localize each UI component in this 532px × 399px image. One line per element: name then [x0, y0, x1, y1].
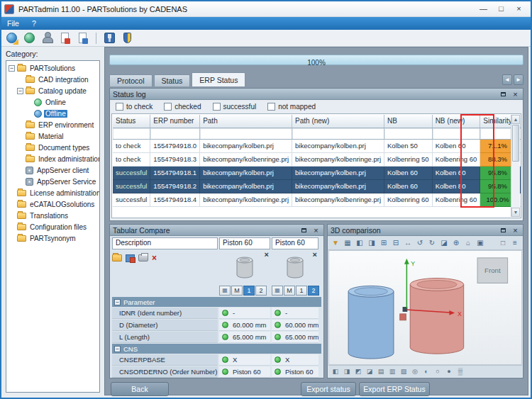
filter-checked[interactable]: checked — [164, 103, 201, 111]
zoom-fit-icon[interactable]: ⊕ — [450, 237, 462, 249]
online-catalog-icon[interactable] — [23, 31, 36, 45]
view-front-icon[interactable]: ◧ — [331, 366, 340, 376]
shaded-icon[interactable]: ◐ — [421, 366, 431, 376]
column-header-nb[interactable]: NB — [384, 115, 433, 128]
catalog-update-icon[interactable] — [5, 31, 18, 45]
back-button[interactable]: Back — [111, 382, 169, 396]
sidebar-item-index-administration[interactable]: Index administration — [6, 153, 99, 164]
table-view-icon[interactable]: ▦ — [219, 286, 231, 296]
nav-cube-front[interactable]: Front — [477, 258, 508, 283]
rotate-ccw-icon[interactable]: ↺ — [414, 237, 426, 249]
view-button-2[interactable]: 2 — [255, 286, 267, 296]
column-filter-input[interactable] — [480, 128, 516, 139]
sidebar-item-cad-integration[interactable]: CAD integration — [6, 74, 99, 85]
sidebar-item-document-types[interactable]: Document types — [6, 142, 99, 153]
sidebar-item-partsynonym[interactable]: PARTsynonym — [6, 232, 99, 244]
sidebar-item-configuration-files[interactable]: Configuration files — [6, 221, 99, 232]
compare-right-icon[interactable]: ◨ — [366, 237, 377, 249]
view-button-1[interactable]: 1 — [296, 286, 307, 296]
checkbox-checked[interactable] — [164, 103, 172, 111]
checkbox-not-mapped[interactable] — [267, 103, 275, 111]
license-shield-icon[interactable] — [121, 31, 134, 45]
maximize-panel-icon[interactable] — [499, 226, 508, 235]
settings-icon[interactable]: ≡ — [509, 237, 521, 249]
filter-not-mapped[interactable]: not mapped — [267, 103, 316, 111]
maximize-panel-icon[interactable] — [499, 90, 508, 99]
collapse-expander-icon[interactable]: − — [9, 65, 15, 72]
3d-viewport[interactable]: Y X Front — [328, 250, 522, 365]
checkbox-to-check[interactable] — [116, 103, 123, 111]
split-view-icon[interactable]: ⊞ — [378, 237, 389, 249]
selection-mode-icon[interactable]: ▦ — [342, 237, 353, 249]
overlay-view-icon[interactable]: ⊟ — [390, 237, 401, 249]
sidebar-item-appserver-service[interactable]: AppServer Service — [6, 176, 99, 187]
remove-part-icon[interactable]: × — [313, 251, 317, 258]
filter-successful[interactable]: successful — [213, 103, 257, 111]
view-button-2[interactable]: 2 — [308, 286, 319, 296]
column-filter-input[interactable] — [150, 128, 200, 139]
table-row[interactable]: successful1554794918.1bikecompany/kolben… — [113, 166, 521, 179]
minimize-button[interactable]: — — [475, 4, 492, 15]
column-filter-input[interactable] — [384, 128, 433, 139]
column-header-status[interactable]: Status — [113, 115, 150, 128]
column-header-similarity[interactable]: Similarity — [480, 115, 516, 128]
view-bottom-icon[interactable]: ▥ — [387, 366, 397, 376]
view-button-m[interactable]: M — [284, 286, 295, 296]
render-mode-icon[interactable]: ▣ — [475, 237, 486, 249]
collapse-expander-icon[interactable]: − — [17, 88, 23, 94]
save-icon[interactable] — [103, 31, 116, 45]
wireframe-icon[interactable]: ○ — [433, 366, 443, 376]
maximize-panel-icon[interactable] — [299, 226, 309, 235]
red-model[interactable] — [410, 279, 463, 354]
tab-status[interactable]: Status — [154, 74, 191, 86]
section-header-parameter[interactable]: −Parameter — [112, 297, 321, 307]
tab-scroll-left-icon[interactable]: ◄ — [502, 74, 512, 85]
background-icon[interactable]: ▒ — [455, 366, 465, 376]
table-row[interactable]: successful1554794918.4bikecompany/kolben… — [113, 193, 521, 206]
collapse-icon[interactable]: − — [114, 346, 121, 352]
menu-file[interactable]: File — [7, 19, 19, 28]
sidebar-item-license-administration[interactable]: License administration — [6, 187, 99, 198]
measure-icon[interactable]: ↔ — [402, 237, 414, 249]
export-status-button[interactable]: Export status — [301, 382, 356, 396]
table-row[interactable]: to check1554794918.3bikecompany/kolbenri… — [113, 152, 521, 166]
table-view-icon[interactable]: ▦ — [272, 286, 283, 296]
home-view-icon[interactable]: ⌂ — [462, 237, 474, 249]
close-panel-icon[interactable]: × — [311, 226, 321, 235]
scroll-up-icon[interactable]: ▲ — [511, 115, 520, 124]
view-left-icon[interactable]: ◩ — [353, 366, 363, 376]
tab-erp-status[interactable]: ERP Status — [192, 72, 245, 86]
maximize-button[interactable]: □ — [492, 4, 510, 15]
close-compare-icon[interactable]: × — [152, 252, 157, 264]
export-erp-status-button[interactable]: Export ERP Status — [359, 382, 430, 396]
sidebar-item-catalog-update[interactable]: −Catalog update — [6, 85, 99, 96]
projection-icon[interactable]: ◎ — [410, 366, 420, 376]
filter-to-check[interactable]: to check — [116, 103, 153, 111]
filter-icon[interactable]: ▼ — [330, 237, 341, 249]
sidebar-item-online[interactable]: Online — [6, 96, 99, 108]
sidebar-item-translations[interactable]: Translations — [6, 210, 99, 221]
collapse-icon[interactable]: − — [114, 299, 121, 305]
view-button-1[interactable]: 1 — [243, 286, 255, 296]
print-icon[interactable] — [138, 252, 148, 264]
scroll-down-icon[interactable]: ▼ — [511, 208, 520, 217]
close-panel-icon[interactable]: × — [511, 90, 520, 99]
compare-left-icon[interactable]: ◧ — [354, 237, 365, 249]
sidebar-item-material[interactable]: Material — [6, 130, 99, 142]
tab-protocol[interactable]: Protocol — [109, 74, 153, 86]
sidebar-item-erp-environment[interactable]: ERP environment — [6, 119, 99, 130]
solid-icon[interactable]: ● — [444, 366, 454, 376]
column-header-path[interactable]: Path — [200, 115, 292, 128]
sidebar-item-appserver-client[interactable]: AppServer client — [6, 164, 99, 176]
tab-scroll-right-icon[interactable]: ► — [514, 74, 523, 85]
menu-help[interactable]: ? — [32, 19, 36, 28]
scroll-thumb[interactable] — [512, 125, 519, 162]
client-transfer-icon[interactable] — [40, 31, 54, 45]
view-right-icon[interactable]: ◪ — [365, 366, 375, 376]
screenshot-icon[interactable]: □ — [497, 237, 509, 249]
view-button-m[interactable]: M — [231, 286, 243, 296]
export-catalog-icon[interactable] — [58, 31, 72, 45]
generate-catalog-icon[interactable] — [76, 31, 89, 45]
vertical-scrollbar[interactable]: ▲ ▼ — [511, 115, 520, 217]
section-header-cns[interactable]: −CNS — [112, 344, 321, 354]
